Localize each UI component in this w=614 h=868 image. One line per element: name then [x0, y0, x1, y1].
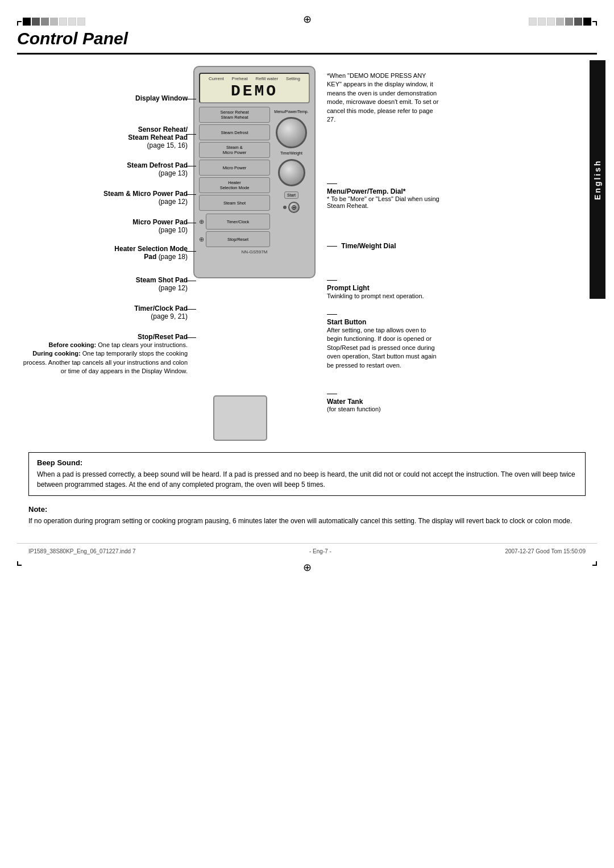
- steam-shot-label: Steam Shot Pad (page 12): [17, 276, 188, 292]
- indicator-refill: Refill water: [256, 76, 279, 81]
- display-window: Current Preheat Refill water Setting DEM…: [199, 73, 310, 103]
- note-section: Note: If no operation during program set…: [28, 505, 586, 526]
- beep-sound-title: Beep Sound:: [37, 458, 577, 467]
- model-number: NN-GS597M: [199, 249, 310, 254]
- timer-clock-btn[interactable]: Timer/Clock: [206, 214, 270, 229]
- timer-clock-line: [186, 309, 196, 310]
- page-title: Control Panel: [17, 29, 128, 48]
- display-indicators: Current Preheat Refill water Setting: [205, 76, 304, 81]
- display-text: DEMO: [205, 82, 304, 100]
- steam-defrost-line: [186, 166, 196, 166]
- note-title: Note:: [28, 505, 586, 514]
- water-tank-label: Water Tank (for steam function): [327, 390, 381, 412]
- display-window-label: Display Window: [17, 94, 188, 102]
- time-weight-dial[interactable]: [278, 159, 305, 186]
- sensor-reheat-btn[interactable]: Sensor ReheatSteam Reheat: [199, 107, 270, 123]
- display-window-line: [186, 99, 196, 99]
- start-button[interactable]: ⊕: [288, 202, 300, 213]
- note-text: If no operation during program setting o…: [28, 516, 586, 526]
- heater-selection-btn[interactable]: HeaterSelection Mode: [199, 177, 270, 193]
- demo-note: *When "DEMO MODE PRESS ANY KEY" appears …: [327, 72, 441, 124]
- steam-shot-btn[interactable]: Steam Shot: [199, 195, 270, 211]
- steam-micro-line: [186, 194, 196, 195]
- micro-power-line: [186, 223, 196, 223]
- beep-sound-text: When a pad is pressed correctly, a beep …: [37, 469, 577, 490]
- menu-power-dial[interactable]: [276, 117, 307, 148]
- stop-reset-line: [186, 337, 196, 338]
- panel-buttons: Sensor ReheatSteam Reheat Steam Defrost …: [199, 107, 270, 247]
- water-tank: [213, 395, 267, 441]
- steam-defrost-label: Steam Defrost Pad (page 13): [17, 161, 188, 177]
- english-sidebar: English: [590, 60, 605, 299]
- page-number: - Eng-7 -: [309, 548, 331, 554]
- indicator-current: Current: [209, 76, 224, 81]
- start-button-label: Start Button After setting, one tap allo…: [327, 310, 441, 370]
- beep-sound-section: Beep Sound: When a pad is pressed correc…: [28, 452, 586, 496]
- sensor-reheat-line: [186, 134, 196, 135]
- micro-power-label: Micro Power Pad (page 10): [17, 218, 188, 234]
- page-footer: IP1589_38S80KP_Eng_06_071227.indd 7 - En…: [17, 543, 597, 559]
- footer-left: IP1589_38S80KP_Eng_06_071227.indd 7: [28, 548, 136, 554]
- display-window-title: Display Window: [135, 94, 188, 102]
- stop-reset-btn[interactable]: Stop/Reset: [206, 231, 270, 247]
- panel-dials: Menu/Power/Temp. Time/Weight Start ⊕: [273, 107, 310, 247]
- time-weight-label: Time/Weight: [280, 151, 302, 156]
- prompt-light-label: Prompt Light Twinkling to prompt next op…: [327, 276, 441, 301]
- control-panel: Current Preheat Refill water Setting DEM…: [193, 66, 316, 278]
- micro-power-btn[interactable]: Micro Power: [199, 160, 270, 176]
- heater-selection-line: [186, 251, 196, 252]
- stop-reset-label: Stop/Reset Pad Before cooking: One tap c…: [17, 333, 188, 376]
- indicator-setting: Setting: [286, 76, 300, 81]
- steam-defrost-btn[interactable]: Steam Defrost: [199, 124, 270, 140]
- footer-right: 2007-12-27 Good Tom 15:50:09: [505, 548, 586, 554]
- heater-selection-label: Heater Selection Mode Pad (page 18): [17, 245, 188, 261]
- start-label: Start: [284, 191, 298, 199]
- timer-clock-label: Timer/Clock Pad (page 9, 21): [17, 304, 188, 320]
- indicator-preheat: Preheat: [232, 76, 248, 81]
- steam-micro-label: Steam & Micro Power Pad (page 12): [17, 190, 188, 206]
- sensor-reheat-label: Sensor Reheat/ Steam Reheat Pad (page 15…: [17, 126, 188, 149]
- steam-shot-line: [186, 281, 196, 281]
- menu-power-temp-label: Menu/Power/Temp. Dial* * To be "More" or…: [327, 180, 441, 209]
- steam-micro-btn[interactable]: Steam &Micro Power: [199, 142, 270, 158]
- time-weight-dial-label: Time/Weight Dial: [327, 242, 396, 250]
- menu-power-label: Menu/Power/Temp.: [274, 110, 308, 114]
